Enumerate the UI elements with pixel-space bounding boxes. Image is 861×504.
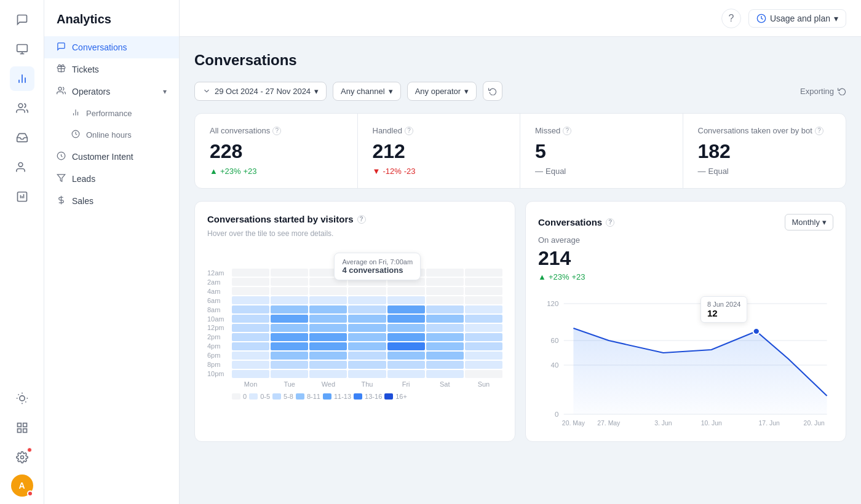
rail-icon-bar-chart[interactable] xyxy=(10,184,34,209)
heatmap-cell[interactable] xyxy=(426,352,464,360)
rail-icon-inbox[interactable] xyxy=(10,125,34,150)
heatmap-cell[interactable] xyxy=(232,315,269,323)
heatmap-cell[interactable] xyxy=(232,342,269,350)
heatmap-cell[interactable] xyxy=(387,361,425,369)
heatmap-cell[interactable] xyxy=(465,296,502,304)
heatmap-cell[interactable] xyxy=(465,352,502,360)
stat-help-bot[interactable]: ? xyxy=(815,127,823,135)
heatmap-cell[interactable] xyxy=(309,315,347,323)
heatmap-cell[interactable] xyxy=(348,305,386,313)
heatmap-cell[interactable] xyxy=(271,305,308,313)
heatmap-cell[interactable] xyxy=(465,342,502,350)
heatmap-cell[interactable] xyxy=(348,333,386,341)
stat-help-all[interactable]: ? xyxy=(272,127,281,135)
heatmap-cell[interactable] xyxy=(387,324,425,332)
heatmap-cell[interactable] xyxy=(271,333,308,341)
heatmap-cell[interactable] xyxy=(465,370,502,378)
sidebar-item-customer-intent[interactable]: Customer Intent xyxy=(44,146,179,168)
rail-icon-contacts[interactable] xyxy=(10,155,34,179)
heatmap-cell[interactable] xyxy=(465,361,502,369)
heatmap-cell[interactable] xyxy=(309,352,347,360)
usage-plan-button[interactable]: Usage and plan ▾ xyxy=(748,9,846,28)
heatmap-cell[interactable] xyxy=(309,324,347,332)
rail-icon-chat[interactable] xyxy=(10,7,34,32)
heatmap-cell[interactable] xyxy=(465,333,502,341)
heatmap-cell[interactable] xyxy=(271,269,308,277)
heatmap-cell[interactable] xyxy=(271,278,308,286)
heatmap-cell[interactable] xyxy=(309,361,347,369)
heatmap-cell[interactable] xyxy=(465,324,502,332)
heatmap-cell[interactable] xyxy=(232,296,269,304)
monthly-selector[interactable]: Monthly ▾ xyxy=(785,214,833,230)
heatmap-cell[interactable] xyxy=(348,287,386,295)
reset-filter-button[interactable] xyxy=(483,81,502,101)
heatmap-cell[interactable] xyxy=(387,352,425,360)
sidebar-item-online-hours[interactable]: Online hours xyxy=(44,124,179,146)
heatmap-cell[interactable] xyxy=(309,342,347,350)
heatmap-cell[interactable] xyxy=(426,315,464,323)
help-button[interactable]: ? xyxy=(721,9,741,28)
stat-help-missed[interactable]: ? xyxy=(563,127,571,135)
user-avatar[interactable]: A xyxy=(11,474,33,497)
heatmap-cell[interactable] xyxy=(426,361,464,369)
heatmap-cell[interactable] xyxy=(309,370,347,378)
heatmap-cell[interactable] xyxy=(232,361,269,369)
rail-icon-settings[interactable] xyxy=(10,445,34,470)
heatmap-cell[interactable] xyxy=(465,278,502,286)
heatmap-cell[interactable] xyxy=(387,305,425,313)
stat-help-handled[interactable]: ? xyxy=(405,127,413,135)
heatmap-cell[interactable] xyxy=(232,352,269,360)
channel-filter[interactable]: Any channel ▾ xyxy=(333,82,401,101)
heatmap-cell[interactable] xyxy=(309,287,347,295)
heatmap-cell[interactable] xyxy=(271,352,308,360)
heatmap-cell[interactable] xyxy=(465,315,502,323)
rail-icon-team[interactable] xyxy=(10,96,34,120)
heatmap-help[interactable]: ? xyxy=(357,215,366,224)
heatmap-cell[interactable] xyxy=(232,305,269,313)
rail-icon-grid[interactable] xyxy=(10,415,34,440)
heatmap-cell[interactable] xyxy=(426,342,464,350)
heatmap-cell[interactable] xyxy=(387,342,425,350)
export-button[interactable]: Exporting xyxy=(800,87,846,96)
heatmap-cell[interactable] xyxy=(348,361,386,369)
rail-icon-bulb[interactable] xyxy=(10,386,34,411)
heatmap-cell[interactable] xyxy=(348,352,386,360)
heatmap-cell[interactable] xyxy=(271,287,308,295)
sidebar-item-leads[interactable]: Leads xyxy=(44,168,179,190)
heatmap-cell[interactable] xyxy=(426,287,464,295)
heatmap-cell[interactable] xyxy=(348,324,386,332)
heatmap-cell[interactable] xyxy=(426,305,464,313)
sidebar-item-performance[interactable]: Performance xyxy=(44,103,179,124)
heatmap-cell[interactable] xyxy=(426,370,464,378)
heatmap-cell[interactable] xyxy=(348,370,386,378)
heatmap-cell[interactable] xyxy=(465,305,502,313)
heatmap-cell[interactable] xyxy=(387,296,425,304)
heatmap-cell[interactable] xyxy=(387,333,425,341)
rail-icon-analytics[interactable] xyxy=(10,66,34,91)
heatmap-cell[interactable] xyxy=(271,342,308,350)
heatmap-cell[interactable] xyxy=(426,269,464,277)
heatmap-cell[interactable] xyxy=(271,370,308,378)
rail-icon-monitor[interactable] xyxy=(10,37,34,61)
sidebar-item-tickets[interactable]: Tickets xyxy=(44,58,179,81)
heatmap-cell[interactable] xyxy=(465,269,502,277)
heatmap-cell[interactable] xyxy=(232,278,269,286)
heatmap-cell[interactable] xyxy=(271,324,308,332)
date-range-filter[interactable]: 29 Oct 2024 - 27 Nov 2024 ▾ xyxy=(194,82,327,101)
heatmap-cell[interactable] xyxy=(309,296,347,304)
heatmap-cell[interactable] xyxy=(387,315,425,323)
heatmap-cell[interactable] xyxy=(387,370,425,378)
heatmap-cell[interactable] xyxy=(348,296,386,304)
heatmap-cell[interactable] xyxy=(232,287,269,295)
heatmap-cell[interactable] xyxy=(271,361,308,369)
heatmap-cell[interactable] xyxy=(426,278,464,286)
heatmap-cell[interactable] xyxy=(426,333,464,341)
heatmap-cell[interactable] xyxy=(271,296,308,304)
heatmap-cell[interactable] xyxy=(426,324,464,332)
heatmap-cell[interactable] xyxy=(271,315,308,323)
heatmap-cell[interactable] xyxy=(465,287,502,295)
heatmap-cell[interactable] xyxy=(387,287,425,295)
heatmap-cell[interactable] xyxy=(232,269,269,277)
heatmap-cell[interactable] xyxy=(348,315,386,323)
heatmap-cell[interactable] xyxy=(232,324,269,332)
